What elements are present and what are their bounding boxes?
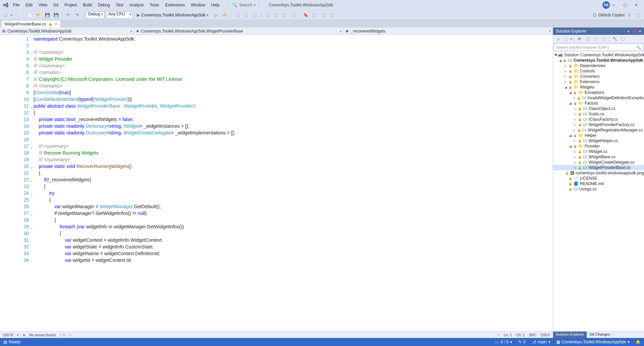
line-label[interactable]: Ln: 1 — [504, 333, 512, 337]
issues-label[interactable]: No issues found — [29, 333, 56, 337]
settings-top-icon[interactable]: ⬚ — [635, 11, 642, 19]
panel-dropdown-icon[interactable]: ▾ — [628, 30, 629, 33]
menu-test[interactable]: Test — [113, 1, 126, 9]
tree-node[interactable]: ◢🔒📁Widgets — [553, 84, 644, 90]
tree-node[interactable]: ▷🔒C#WidgetProviderBase.cs — [553, 165, 644, 170]
menu-build[interactable]: Build — [80, 1, 95, 9]
solution-search[interactable]: Search Solution Explorer (Ctrl+;) 🔍 — [554, 44, 643, 51]
save-all-icon[interactable]: 💾 — [52, 11, 60, 19]
undo-icon[interactable]: ↶ — [65, 11, 72, 19]
tree-node[interactable]: �◢▣Solution 'Comentsys.Toolkit.WindowsAp… — [553, 52, 644, 58]
tree-node[interactable]: ▷🔒C#ClassObject.cs — [553, 106, 644, 111]
forward-button[interactable]: ◌ — [14, 11, 21, 19]
tool-d-icon[interactable]: ⬚ — [289, 11, 297, 19]
tree-node[interactable]: ▷🔒C#IWidget.cs — [553, 149, 644, 154]
open-icon[interactable]: 📂 — [35, 11, 42, 19]
tree-node[interactable]: 🔒🖼comentsys.toolkit.windowsappsdk.png — [553, 170, 644, 176]
menu-extensions[interactable]: Extensions — [162, 1, 188, 9]
se-preview-icon[interactable]: ⬚ — [619, 35, 627, 43]
tab-git-changes[interactable]: Git Changes — [587, 332, 613, 338]
tool-b-icon[interactable]: ⬚ — [272, 11, 279, 19]
redo-icon[interactable]: ↷ — [73, 11, 81, 19]
close-button[interactable]: ✕ — [633, 3, 639, 7]
se-showall-icon[interactable]: ⬚ — [584, 35, 591, 43]
search-box[interactable]: 🔍 Search ▾ — [228, 2, 259, 8]
se-properties-icon[interactable]: 🔧 — [611, 35, 619, 43]
menu-debug[interactable]: Debug — [95, 1, 113, 9]
indent-label[interactable]: SPC — [529, 333, 537, 337]
fold-icon[interactable]: ⌄ — [30, 144, 33, 151]
brush-icon[interactable]: ℰ ▾ — [60, 333, 65, 337]
tool-e-icon[interactable]: ⬚ — [311, 11, 318, 19]
play-noDebug-icon[interactable]: ▷ — [212, 11, 220, 19]
panel-close-icon[interactable]: ✕ — [639, 30, 641, 33]
run-button[interactable]: ▶ Comentsys.Toolkit.WindowsAppSdk ▾ — [134, 11, 211, 19]
tree-node[interactable]: ▷🔒📁Converters — [553, 74, 644, 79]
col-label[interactable]: Ch: 1 — [516, 333, 525, 337]
menu-git[interactable]: Git — [50, 1, 61, 9]
code-editor[interactable]: 123⌄4567891011⌄121314151617⌄181920⌄2122⌄… — [0, 35, 553, 331]
status-repo[interactable]: ▦ Comentsys.Toolkit.WindowsAppSdk ▾ — [556, 340, 630, 344]
user-badge[interactable]: PB — [602, 1, 610, 9]
tree-node[interactable]: ◢🔒📁Provider — [553, 143, 644, 149]
notifications-icon[interactable]: 🔔 — [636, 340, 641, 344]
se-collapse-icon[interactable]: ◌ — [562, 35, 570, 43]
context-member[interactable]: ◉ _recoveredWidgets — [343, 27, 553, 35]
tab-solution-explorer[interactable]: Solution Explorer — [553, 332, 587, 338]
tree-node[interactable]: 🔒C#Usings.cs — [553, 186, 644, 192]
fold-icon[interactable]: ⌄ — [30, 191, 33, 197]
eol-label[interactable]: CRLF — [540, 333, 550, 337]
tree-node[interactable]: ▷🔒C#InvalidWidgetDefinitionException.cs — [553, 95, 644, 101]
solution-tree[interactable]: �◢▣Solution 'Comentsys.Toolkit.WindowsAp… — [553, 52, 644, 331]
step-icon[interactable]: ⬚ — [233, 11, 241, 19]
tree-node[interactable]: 🔒📄LICENSE — [553, 176, 644, 181]
panel-pin-icon[interactable]: 📌 — [632, 30, 636, 33]
menu-window[interactable]: Window — [188, 1, 208, 9]
tree-node[interactable]: ◢🔒📁Helper — [553, 133, 644, 138]
menu-edit[interactable]: Edit — [22, 1, 36, 9]
se-view-icon[interactable]: ⬚ — [600, 35, 607, 43]
bookmark-icon[interactable]: 🔖 — [302, 11, 309, 19]
menu-project[interactable]: Project — [61, 1, 80, 9]
step-out-icon[interactable]: ⬚ — [251, 11, 258, 19]
tree-node[interactable]: ▷🔒📁Dependencies — [553, 63, 644, 68]
hot-reload-icon[interactable]: 🔥 — [221, 11, 228, 19]
minimize-button[interactable]: — — [610, 3, 616, 7]
tree-node[interactable]: ▷🔒C#WidgetCreateDelegate.cs — [553, 160, 644, 165]
tab-close-icon[interactable]: ✕ — [54, 22, 58, 26]
tree-node[interactable]: ◢🔒C#Comentsys.Toolkit.WindowsAppSdk — [553, 58, 644, 63]
tool-a-icon[interactable]: ⬚ — [263, 11, 271, 19]
context-project[interactable]: ▦ Comentsys.Toolkit.WindowsAppSdk — [0, 27, 134, 35]
back-button[interactable]: ◌ — [2, 11, 9, 19]
platform-select[interactable]: Any CPU — [106, 11, 133, 19]
fold-icon[interactable]: ⌄ — [30, 211, 33, 218]
tree-node[interactable]: ▷🔒C#WidgetRegistrationManager.cs — [553, 127, 644, 133]
config-select[interactable]: Debug — [86, 11, 105, 19]
se-sync-icon[interactable]: ⟳ — [576, 35, 583, 43]
status-errors[interactable]: ↑↓ 0 / 0 ▾ — [495, 340, 512, 344]
step-over-icon[interactable]: ⬚ — [242, 11, 250, 19]
status-branch[interactable]: ⎇ main ▾ — [532, 340, 550, 344]
tool-f-icon[interactable]: ⬚ — [319, 11, 327, 19]
tool-c-icon[interactable]: ⬚ — [281, 11, 288, 19]
status-ins[interactable]: ✎ 0 — [518, 340, 526, 344]
se-refresh-icon[interactable]: ⬚ — [592, 35, 599, 43]
tab-widgetproviderbase[interactable]: WidgetProviderBase.cs 🔒 ✕ — [1, 20, 61, 27]
tree-node[interactable]: 🔒📘README.md — [553, 181, 644, 186]
context-class[interactable]: ◆ Comentsys.Toolkit.WindowsAppSdk.Widget… — [134, 27, 343, 35]
menu-tools[interactable]: Tools — [147, 1, 162, 9]
fold-icon[interactable]: ⌄ — [30, 224, 33, 231]
tree-node[interactable]: ▷🔒C#WidgetProviderFactory.cs — [553, 122, 644, 127]
tree-node[interactable]: ▷🔒📁Controls — [553, 68, 644, 74]
tree-node[interactable]: ▷🔒📁Extensions — [553, 79, 644, 84]
share-icon[interactable]: ⇪ — [626, 11, 633, 19]
fold-icon[interactable]: ⌄ — [30, 164, 33, 171]
tree-node[interactable]: ◢🔒📁Factory — [553, 101, 644, 106]
tree-node[interactable]: ▷🔒C#WidgetHelper.cs — [553, 138, 644, 143]
fold-icon[interactable]: ⌄ — [30, 104, 33, 110]
tree-node[interactable]: ◢🔒📁Exceptions — [553, 90, 644, 95]
tree-node[interactable]: ▷🔒C#Guids.cs — [553, 111, 644, 117]
menu-analyze[interactable]: Analyze — [126, 1, 147, 9]
zoom-label[interactable]: 150 % — [3, 333, 13, 337]
menu-help[interactable]: Help — [208, 1, 223, 9]
